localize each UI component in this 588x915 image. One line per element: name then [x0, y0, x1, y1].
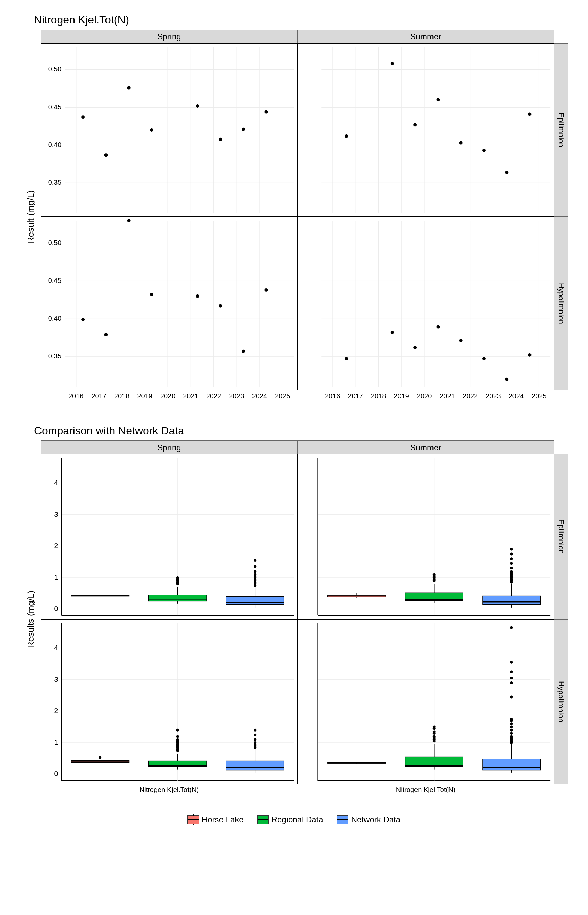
- svg-point-93: [482, 357, 486, 361]
- svg-point-24: [242, 128, 245, 131]
- boxplot-chart-section: Comparison with Network Data Results (mg…: [0, 411, 588, 805]
- svg-text:0.45: 0.45: [48, 277, 61, 284]
- svg-text:0: 0: [54, 770, 58, 778]
- svg-point-41: [391, 62, 394, 65]
- svg-rect-121: [226, 597, 284, 604]
- svg-point-95: [528, 353, 531, 357]
- svg-point-228: [433, 731, 436, 733]
- svg-rect-187: [149, 761, 207, 766]
- svg-point-133: [254, 559, 256, 562]
- svg-point-131: [254, 570, 256, 572]
- svg-point-25: [264, 110, 268, 114]
- svg-text:3: 3: [54, 676, 58, 683]
- svg-point-46: [505, 171, 508, 174]
- scatter-panel: [297, 43, 554, 217]
- svg-point-44: [459, 141, 463, 145]
- svg-point-22: [196, 104, 199, 108]
- svg-point-132: [254, 566, 256, 568]
- svg-point-248: [510, 671, 513, 673]
- boxplot-chart-title: Comparison with Network Data: [34, 425, 568, 437]
- y-axis-label: Results (mg/L): [20, 454, 41, 784]
- svg-point-247: [510, 677, 513, 679]
- svg-point-245: [510, 696, 513, 698]
- scatter-panel: 0.350.400.450.50: [41, 43, 297, 217]
- svg-point-167: [510, 553, 513, 555]
- svg-point-88: [345, 357, 348, 361]
- legend-swatch: [337, 815, 349, 824]
- svg-point-240: [510, 729, 513, 732]
- x-axis-label: Nitrogen Kjel.Tot(N): [41, 784, 297, 798]
- svg-point-73: [264, 288, 268, 292]
- svg-point-196: [176, 738, 179, 741]
- col-facet-strip: Summer: [297, 440, 554, 455]
- svg-point-21: [150, 128, 153, 132]
- svg-point-198: [176, 729, 179, 732]
- svg-point-197: [176, 735, 179, 738]
- x-tick-row: 2016201720182019202020212022202320242025: [41, 390, 297, 404]
- svg-point-67: [104, 333, 108, 336]
- svg-point-47: [528, 112, 531, 116]
- scatter-facet-grid: Result (mg/L)SpringSummerEpilimnionHypol…: [20, 30, 568, 404]
- svg-point-239: [510, 732, 513, 735]
- svg-point-92: [459, 339, 463, 343]
- boxplot-facet-grid: Results (mg/L)SpringSummerEpilimnionHypo…: [20, 440, 568, 798]
- svg-point-241: [510, 726, 513, 729]
- svg-point-69: [150, 293, 153, 296]
- svg-point-164: [510, 567, 513, 569]
- boxplot-panel: 01234: [41, 454, 297, 619]
- svg-point-23: [219, 137, 222, 141]
- svg-point-40: [345, 134, 348, 138]
- svg-point-246: [510, 682, 513, 684]
- scatter-chart-title: Nitrogen Kjel.Tot(N): [34, 14, 568, 26]
- svg-point-206: [254, 738, 256, 741]
- svg-text:4: 4: [54, 644, 58, 651]
- svg-text:0: 0: [54, 605, 58, 613]
- svg-text:0.45: 0.45: [48, 103, 61, 111]
- svg-rect-154: [483, 596, 541, 605]
- boxplot-panel: 01234: [41, 619, 297, 784]
- svg-point-166: [510, 557, 513, 560]
- scatter-chart-section: Nitrogen Kjel.Tot(N) Result (mg/L)Spring…: [0, 0, 588, 411]
- svg-point-230: [433, 726, 436, 729]
- svg-text:0.40: 0.40: [48, 141, 61, 149]
- svg-text:1: 1: [54, 739, 58, 746]
- svg-point-168: [510, 548, 513, 551]
- svg-point-90: [414, 346, 417, 349]
- svg-point-71: [219, 304, 222, 308]
- row-facet-strip: Epilimnion: [554, 43, 568, 217]
- x-axis-label: Nitrogen Kjel.Tot(N): [297, 784, 554, 798]
- legend-swatch: [187, 815, 199, 824]
- svg-point-226: [433, 735, 436, 738]
- y-axis-label: Result (mg/L): [20, 43, 41, 390]
- svg-text:2: 2: [54, 542, 58, 550]
- svg-point-19: [104, 153, 108, 157]
- svg-text:3: 3: [54, 511, 58, 518]
- svg-text:0.50: 0.50: [48, 65, 61, 73]
- svg-point-130: [254, 573, 256, 576]
- svg-point-20: [127, 86, 131, 89]
- scatter-panel: 0.350.400.450.50: [41, 217, 297, 390]
- boxplot-panel: [297, 454, 554, 619]
- row-facet-strip: Hypolimnion: [554, 217, 568, 390]
- svg-point-249: [510, 661, 513, 664]
- svg-point-66: [81, 318, 85, 321]
- svg-point-119: [176, 576, 179, 579]
- svg-point-45: [482, 149, 486, 152]
- svg-point-185: [99, 756, 102, 759]
- svg-point-152: [433, 573, 436, 576]
- svg-point-72: [242, 349, 245, 353]
- svg-point-242: [510, 722, 513, 725]
- legend-item: Horse Lake: [187, 815, 244, 824]
- svg-point-165: [510, 562, 513, 565]
- x-tick-row: 2016201720182019202020212022202320242025: [297, 390, 554, 404]
- svg-point-205: [254, 741, 256, 744]
- legend-item: Network Data: [337, 815, 401, 824]
- legend-label: Horse Lake: [202, 815, 244, 824]
- svg-point-244: [510, 718, 513, 720]
- svg-text:0.35: 0.35: [48, 179, 61, 186]
- legend-swatch: [257, 815, 269, 824]
- col-facet-strip: Spring: [41, 440, 297, 455]
- svg-point-250: [510, 626, 513, 629]
- col-facet-strip: Summer: [297, 30, 554, 44]
- svg-text:0.50: 0.50: [48, 239, 61, 246]
